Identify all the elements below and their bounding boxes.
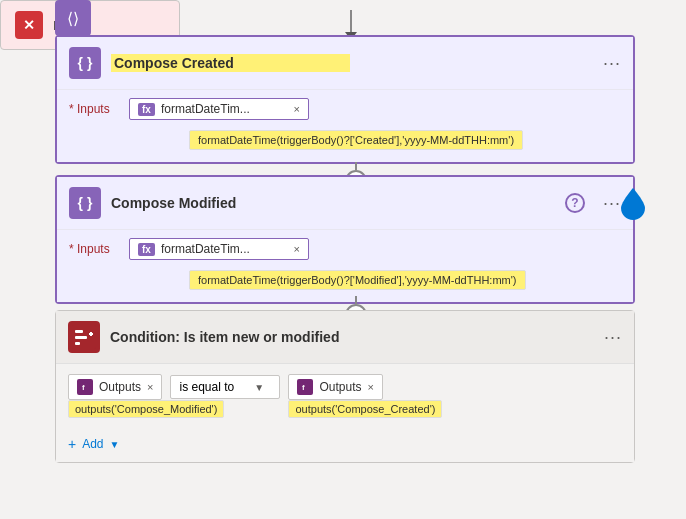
right-tooltip: outputs('Compose_Created')	[288, 400, 442, 418]
compose-modified-help[interactable]: ?	[565, 193, 585, 213]
condition-operator-label: is equal to	[179, 380, 234, 394]
condition-card: Condition: Is item new or modified ··· f…	[55, 310, 635, 463]
condition-header: Condition: Is item new or modified ···	[56, 311, 634, 363]
compose-created-menu[interactable]: ···	[603, 53, 621, 74]
condition-operator-arrow: ▼	[254, 382, 264, 393]
waterdrop	[619, 186, 647, 220]
condition-right-chip-close[interactable]: ×	[368, 381, 374, 393]
compose-created-icon-symbol: { }	[78, 55, 93, 71]
compose-created-formula-container: formatDateTime(triggerBody()?['Created']…	[129, 124, 621, 150]
condition-left-chip-icon: f	[77, 379, 93, 395]
compose-modified-formula-chip[interactable]: fx formatDateTim... ×	[129, 238, 309, 260]
compose-modified-title: Compose Modified	[111, 195, 328, 211]
condition-right-chip-label: Outputs	[319, 380, 361, 394]
compose-created-icon: { }	[69, 47, 101, 79]
fx-badge-created: fx	[138, 103, 155, 116]
compose-created-header: { } Compose Created ···	[57, 37, 633, 89]
condition-right-chip[interactable]: f Outputs ×	[288, 374, 382, 400]
connector-2-line-top	[355, 296, 357, 304]
condition-left-chip-close[interactable]: ×	[147, 381, 153, 393]
condition-operator[interactable]: is equal to ▼	[170, 375, 280, 399]
add-label: Add	[82, 437, 103, 451]
condition-title: Condition: Is item new or modified	[110, 329, 347, 345]
compose-modified-input-label: Inputs	[69, 242, 119, 256]
compose-created-title: Compose Created	[111, 54, 350, 72]
compose-modified-header: { } Compose Modified ? ···	[57, 177, 633, 229]
condition-menu[interactable]: ···	[604, 327, 622, 348]
compose-created-card: { } Compose Created ··· Inputs fx format…	[55, 35, 635, 164]
svg-text:f: f	[82, 383, 85, 392]
condition-left-chip[interactable]: f Outputs ×	[68, 374, 162, 400]
connector-line	[350, 10, 352, 32]
top-partial-icon: ⟨⟩	[55, 0, 91, 36]
condition-body: f Outputs × outputs('Compose_Modified') …	[56, 363, 634, 462]
condition-row: f Outputs × outputs('Compose_Modified') …	[68, 374, 622, 400]
left-chip-container: f Outputs × outputs('Compose_Modified')	[68, 374, 162, 400]
compose-created-input-label: Inputs	[69, 102, 119, 116]
condition-left-chip-label: Outputs	[99, 380, 141, 394]
svg-rect-3	[75, 342, 80, 345]
compose-created-chip-close[interactable]: ×	[294, 103, 300, 115]
compose-created-formula-chip[interactable]: fx formatDateTim... ×	[129, 98, 309, 120]
compose-modified-icon-symbol: { }	[78, 195, 93, 211]
add-plus-icon: +	[68, 436, 76, 452]
add-condition-row[interactable]: + Add ▼	[68, 436, 622, 452]
compose-modified-formula-container: formatDateTime(triggerBody()?['Modified'…	[129, 264, 621, 290]
top-icon-symbol: ⟨⟩	[67, 9, 79, 28]
add-dropdown-arrow: ▼	[110, 439, 120, 450]
compose-modified-formula-full: formatDateTime(triggerBody()?['Modified'…	[189, 270, 526, 290]
compose-modified-chip-close[interactable]: ×	[294, 243, 300, 255]
svg-rect-2	[75, 336, 87, 339]
condition-icon	[68, 321, 100, 353]
condition-right-chip-icon: f	[297, 379, 313, 395]
svg-text:f: f	[302, 383, 305, 392]
compose-modified-icon: { }	[69, 187, 101, 219]
fx-badge-modified: fx	[138, 243, 155, 256]
compose-modified-input-row: Inputs fx formatDateTim... ×	[69, 238, 621, 260]
compose-created-formula-full: formatDateTime(triggerBody()?['Created']…	[189, 130, 523, 150]
connector-1-line-top	[355, 162, 357, 170]
compose-created-body: Inputs fx formatDateTim... × formatDateT…	[57, 89, 633, 162]
right-chip-container: f Outputs × outputs('Compose_Created')	[288, 374, 382, 400]
compose-modified-formula-short: formatDateTim...	[161, 242, 250, 256]
canvas: ⟨⟩ { } Compose Created ··· Inputs fx for…	[0, 0, 686, 519]
compose-modified-body: Inputs fx formatDateTim... × formatDateT…	[57, 229, 633, 302]
if-no-icon: ✕	[15, 11, 43, 39]
compose-modified-card: { } Compose Modified ? ··· Inputs fx for…	[55, 175, 635, 304]
compose-created-formula-short: formatDateTim...	[161, 102, 250, 116]
svg-rect-1	[75, 330, 83, 333]
compose-created-input-row: Inputs fx formatDateTim... ×	[69, 98, 621, 120]
left-tooltip: outputs('Compose_Modified')	[68, 400, 224, 418]
